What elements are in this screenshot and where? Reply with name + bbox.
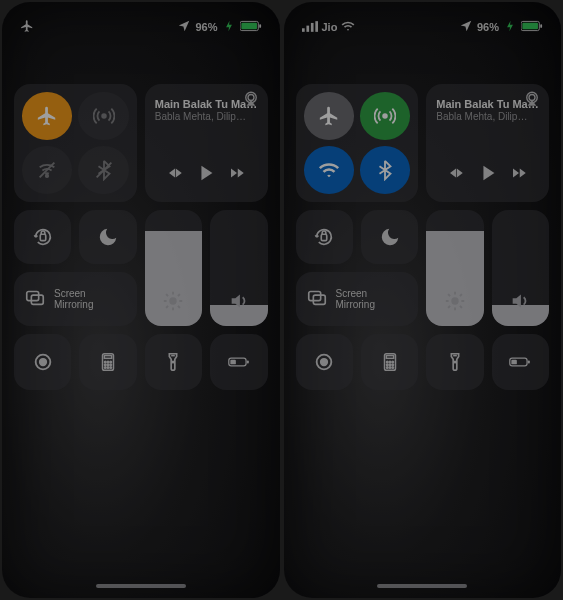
svg-point-29 <box>107 364 109 366</box>
screen-mirroring-label-1: Screen <box>54 288 93 299</box>
svg-rect-9 <box>40 234 46 240</box>
svg-point-12 <box>170 297 177 304</box>
connectivity-tile[interactable] <box>296 84 419 202</box>
forward-button[interactable] <box>510 164 528 186</box>
wifi-status-icon <box>341 19 355 35</box>
phone-left: 96% <box>2 2 280 598</box>
svg-line-59 <box>448 306 450 308</box>
home-indicator[interactable] <box>96 584 186 588</box>
svg-point-65 <box>386 361 388 363</box>
screen-record-button[interactable] <box>14 334 71 390</box>
charging-icon <box>503 19 517 35</box>
airplay-icon[interactable] <box>523 90 541 112</box>
control-center: Main Balak Tu Ma… Babla Mehta, Dilip… <box>294 84 552 390</box>
status-bar: Jio 96% <box>294 16 552 38</box>
screen-mirroring-label-1: Screen <box>336 288 375 299</box>
svg-rect-41 <box>310 22 313 31</box>
play-button[interactable] <box>195 162 217 188</box>
rewind-button[interactable] <box>166 164 184 186</box>
brightness-slider[interactable] <box>426 210 483 326</box>
wifi-toggle[interactable] <box>22 146 72 194</box>
svg-line-17 <box>167 294 169 296</box>
volume-slider[interactable] <box>492 210 549 326</box>
volume-icon <box>509 290 531 316</box>
battery-percent: 96% <box>195 21 217 33</box>
screen-record-button[interactable] <box>296 334 353 390</box>
connectivity-tile[interactable] <box>14 84 137 202</box>
svg-point-72 <box>389 367 391 369</box>
status-bar: 96% <box>12 16 270 38</box>
flashlight-button[interactable] <box>145 334 202 390</box>
svg-line-20 <box>178 294 180 296</box>
calculator-button[interactable] <box>361 334 418 390</box>
battery-percent: 96% <box>477 21 499 33</box>
forward-button[interactable] <box>228 164 246 186</box>
svg-point-66 <box>389 361 391 363</box>
svg-point-4 <box>46 175 48 177</box>
svg-point-67 <box>391 361 393 363</box>
svg-rect-78 <box>528 360 530 363</box>
svg-point-32 <box>107 367 109 369</box>
bluetooth-toggle[interactable] <box>78 146 128 194</box>
svg-rect-45 <box>540 24 542 28</box>
low-power-button[interactable] <box>210 334 267 390</box>
volume-slider[interactable] <box>210 210 267 326</box>
bluetooth-toggle[interactable] <box>360 146 410 194</box>
svg-rect-40 <box>306 25 309 31</box>
svg-line-18 <box>178 306 180 308</box>
svg-rect-77 <box>512 360 517 365</box>
brightness-icon <box>162 290 184 316</box>
do-not-disturb-button[interactable] <box>361 210 418 264</box>
brightness-slider[interactable] <box>145 210 202 326</box>
airplane-mode-toggle[interactable] <box>22 92 72 140</box>
control-center: Main Balak Tu Ma… Babla Mehta, Dilip… <box>12 84 270 390</box>
phone-right: Jio 96% <box>284 2 562 598</box>
home-indicator[interactable] <box>377 584 467 588</box>
orientation-lock-button[interactable] <box>14 210 71 264</box>
calculator-button[interactable] <box>79 334 136 390</box>
svg-rect-38 <box>247 360 249 363</box>
svg-line-57 <box>448 294 450 296</box>
media-artist: Babla Mehta, Dilip… <box>436 111 539 123</box>
svg-point-48 <box>529 95 535 101</box>
svg-point-3 <box>102 114 106 118</box>
screen-mirroring-icon <box>306 286 328 312</box>
svg-rect-2 <box>259 24 261 28</box>
low-power-button[interactable] <box>492 334 549 390</box>
svg-point-52 <box>451 297 458 304</box>
airplay-icon[interactable] <box>242 90 260 112</box>
svg-point-75 <box>454 361 455 362</box>
svg-rect-11 <box>31 295 43 304</box>
svg-point-22 <box>39 359 45 365</box>
screen-mirroring-button[interactable]: Screen Mirroring <box>296 272 419 326</box>
media-tile[interactable]: Main Balak Tu Ma… Babla Mehta, Dilip… <box>145 84 268 202</box>
screen-mirroring-button[interactable]: Screen Mirroring <box>14 272 137 326</box>
svg-rect-50 <box>308 292 320 301</box>
svg-point-46 <box>383 114 387 118</box>
cellular-data-toggle[interactable] <box>78 92 128 140</box>
svg-point-27 <box>110 361 112 363</box>
airplane-mode-toggle[interactable] <box>304 92 354 140</box>
svg-point-30 <box>110 364 112 366</box>
wifi-toggle[interactable] <box>304 146 354 194</box>
signal-icon <box>302 21 318 34</box>
svg-rect-51 <box>313 295 325 304</box>
svg-line-58 <box>460 306 462 308</box>
media-tile[interactable]: Main Balak Tu Ma… Babla Mehta, Dilip… <box>426 84 549 202</box>
svg-point-25 <box>104 361 106 363</box>
cellular-data-toggle[interactable] <box>360 92 410 140</box>
svg-line-19 <box>167 306 169 308</box>
svg-point-35 <box>173 361 174 362</box>
svg-point-62 <box>321 359 327 365</box>
do-not-disturb-button[interactable] <box>79 210 136 264</box>
play-button[interactable] <box>477 162 499 188</box>
svg-rect-49 <box>321 234 327 240</box>
location-icon <box>459 19 473 35</box>
rewind-button[interactable] <box>447 164 465 186</box>
brightness-icon <box>444 290 466 316</box>
orientation-lock-button[interactable] <box>296 210 353 264</box>
status-right: 96% <box>177 19 261 35</box>
flashlight-button[interactable] <box>426 334 483 390</box>
battery-icon <box>240 20 262 34</box>
svg-point-31 <box>104 367 106 369</box>
